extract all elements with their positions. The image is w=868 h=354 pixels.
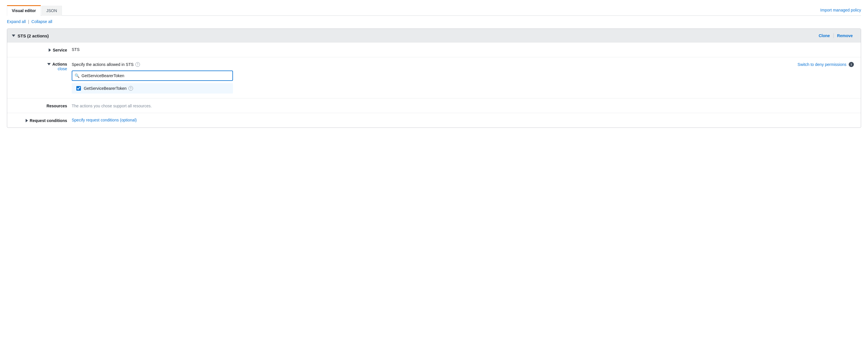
clone-button[interactable]: Clone bbox=[815, 32, 833, 39]
checkbox-label-text: GetServiceBearerToken bbox=[84, 86, 127, 91]
search-wrapper: 🔍 bbox=[72, 70, 854, 81]
tab-visual-editor-label: Visual editor bbox=[12, 8, 36, 13]
switch-deny-link[interactable]: Switch to deny permissions bbox=[798, 62, 846, 67]
actions-collapse-icon[interactable] bbox=[47, 63, 51, 65]
actions-description: Specify the actions allowed in STS bbox=[72, 62, 134, 67]
page-container: Visual editor JSON Import managed policy… bbox=[0, 0, 868, 132]
statement-header-left: STS (2 actions) bbox=[12, 33, 49, 38]
resources-label-text: Resources bbox=[46, 104, 67, 108]
statement-actions: Clone Remove bbox=[815, 32, 856, 39]
resources-label: Resources bbox=[14, 103, 72, 108]
tab-visual-editor[interactable]: Visual editor bbox=[7, 5, 41, 16]
actions-close-link[interactable]: close bbox=[14, 66, 67, 71]
expand-all-link[interactable]: Expand all bbox=[7, 19, 26, 24]
actions-section-label: Actions bbox=[14, 62, 67, 66]
resources-row: Resources The actions you chose support … bbox=[7, 98, 861, 113]
service-row: Service STS bbox=[7, 42, 861, 57]
collapse-all-link[interactable]: Collapse all bbox=[31, 19, 52, 24]
actions-content-col: Specify the actions allowed in STS ? Swi… bbox=[72, 62, 854, 94]
actions-search-input[interactable] bbox=[72, 70, 233, 81]
search-icon: 🔍 bbox=[74, 73, 80, 78]
tab-json-label: JSON bbox=[46, 8, 57, 13]
conditions-label-text: Request conditions bbox=[30, 118, 67, 123]
info-icon[interactable]: i bbox=[849, 62, 854, 67]
conditions-row: Request conditions Specify request condi… bbox=[7, 113, 861, 128]
expand-collapse-separator: | bbox=[28, 19, 29, 24]
checkbox-help-icon[interactable]: ? bbox=[128, 86, 133, 91]
actions-row: Actions close Specify the actions allowe… bbox=[7, 57, 861, 98]
actions-label-text: Actions bbox=[53, 62, 67, 66]
service-label: Service bbox=[53, 48, 67, 53]
tabs-row: Visual editor JSON Import managed policy bbox=[7, 5, 861, 16]
actions-header-left: Specify the actions allowed in STS ? bbox=[72, 62, 140, 67]
actions-header: Specify the actions allowed in STS ? Swi… bbox=[72, 62, 854, 67]
remove-button[interactable]: Remove bbox=[834, 32, 856, 39]
statement-header: STS (2 actions) Clone Remove bbox=[7, 29, 861, 42]
tabs-left: Visual editor JSON bbox=[7, 5, 62, 15]
service-value: STS bbox=[72, 47, 854, 52]
conditions-link[interactable]: Specify request conditions (optional) bbox=[72, 118, 137, 122]
resources-value: The actions you chose support all resour… bbox=[72, 103, 854, 108]
actions-right: Switch to deny permissions i bbox=[798, 62, 854, 67]
checkbox-item-get-service-bearer-token: GetServiceBearerToken ? bbox=[76, 86, 228, 91]
actions-help-icon[interactable]: ? bbox=[135, 62, 140, 67]
statement-title: STS (2 actions) bbox=[18, 33, 49, 38]
statement-collapse-icon[interactable] bbox=[12, 35, 15, 37]
tab-json[interactable]: JSON bbox=[41, 6, 62, 16]
conditions-expand-icon[interactable] bbox=[26, 119, 28, 122]
policy-block: STS (2 actions) Clone Remove Service STS… bbox=[7, 29, 861, 128]
import-managed-policy-link[interactable]: Import managed policy bbox=[820, 8, 861, 15]
service-label-area: Service bbox=[14, 47, 72, 53]
expand-collapse-row: Expand all | Collapse all bbox=[7, 19, 861, 24]
conditions-content: Specify request conditions (optional) bbox=[72, 118, 854, 122]
checkbox-label: GetServiceBearerToken ? bbox=[84, 86, 133, 91]
actions-checkbox-list: GetServiceBearerToken ? bbox=[72, 83, 233, 94]
checkbox-get-service-bearer-token[interactable] bbox=[76, 86, 81, 91]
conditions-label-area: Request conditions bbox=[14, 118, 72, 123]
actions-label-col: Actions close bbox=[14, 62, 72, 71]
service-expand-icon[interactable] bbox=[49, 49, 51, 52]
